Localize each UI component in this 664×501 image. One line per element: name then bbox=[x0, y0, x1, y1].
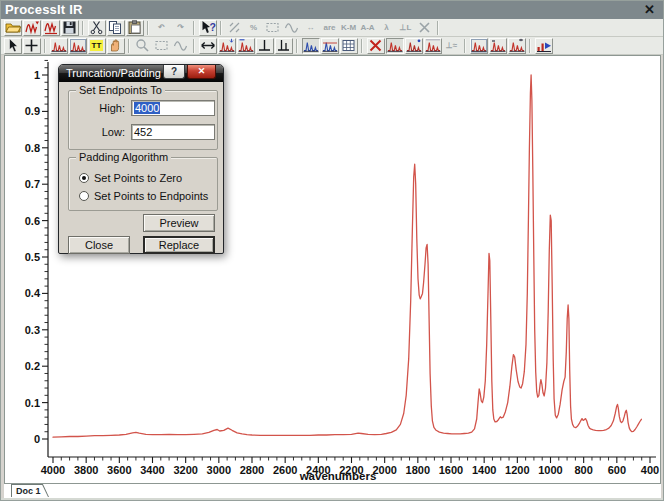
stack-view-icon bbox=[303, 38, 319, 53]
preview-button[interactable]: Preview bbox=[143, 214, 215, 232]
replace-button[interactable]: Replace bbox=[143, 236, 215, 254]
export-chart-button[interactable] bbox=[535, 38, 553, 54]
svg-text:1800: 1800 bbox=[406, 464, 430, 476]
set-points-to-endpoints-radio[interactable] bbox=[79, 191, 89, 201]
svg-text:1200: 1200 bbox=[505, 464, 529, 476]
padding-algorithm-groupbox: Padding Algorithm Set Points to Zero Set… bbox=[68, 157, 218, 211]
spectrum-d-icon bbox=[471, 38, 487, 53]
svg-text:0.1: 0.1 bbox=[25, 397, 40, 409]
spectrum-view-button[interactable] bbox=[50, 38, 68, 54]
svg-text:?: ? bbox=[209, 21, 215, 33]
select-cursor-icon bbox=[5, 38, 21, 53]
peak-pick-button[interactable] bbox=[218, 38, 236, 54]
spectrum-c-button[interactable] bbox=[424, 38, 442, 54]
spectrum-d-button[interactable] bbox=[470, 38, 488, 54]
lambda-button: λ bbox=[378, 20, 396, 36]
open-icon bbox=[5, 20, 21, 35]
high-endpoint-input[interactable]: 4000 bbox=[131, 100, 215, 116]
toolbar-separator bbox=[220, 21, 222, 35]
zoom-button bbox=[134, 38, 152, 54]
stack-view-button[interactable] bbox=[302, 38, 320, 54]
svg-text:0.3: 0.3 bbox=[25, 324, 40, 336]
baseline-correct-button bbox=[226, 20, 244, 36]
undo-icon: ↶ bbox=[158, 23, 165, 32]
spectrum-e-button[interactable] bbox=[489, 38, 507, 54]
set-points-to-zero-radio[interactable] bbox=[79, 173, 89, 183]
svg-text:1600: 1600 bbox=[439, 464, 463, 476]
set-points-to-endpoints-label: Set Points to Endpoints bbox=[94, 190, 208, 202]
spectrum-a-icon bbox=[387, 38, 403, 53]
toolbar-separator bbox=[82, 21, 84, 35]
zoom-out-button bbox=[172, 38, 190, 54]
copy-button[interactable] bbox=[107, 20, 125, 36]
kubelka-munk-button: K-M bbox=[340, 20, 358, 36]
dialog-close-icon[interactable]: ✕ bbox=[187, 65, 216, 79]
spectrum-frame-button[interactable] bbox=[69, 38, 87, 54]
baseline-point-icon bbox=[257, 38, 272, 53]
svg-text:0.6: 0.6 bbox=[25, 215, 40, 227]
svg-text:0.5: 0.5 bbox=[25, 251, 40, 263]
spectrum-a-button[interactable] bbox=[386, 38, 404, 54]
overlay-view-button[interactable] bbox=[321, 38, 339, 54]
truncation-padding-dialog: Truncation/Padding ? ✕ Set Endpoints To … bbox=[58, 64, 224, 254]
low-endpoint-input[interactable]: 452 bbox=[131, 124, 215, 140]
dialog-title: Truncation/Padding bbox=[66, 67, 161, 79]
toolbar-separator bbox=[193, 39, 195, 53]
baseline-range-button[interactable] bbox=[275, 38, 293, 54]
spectrum-b-button[interactable] bbox=[405, 38, 423, 54]
set-endpoints-groupbox: Set Endpoints To High: 4000 Low: 452 bbox=[68, 90, 218, 150]
peak-area-button[interactable] bbox=[237, 38, 255, 54]
delete-region-button bbox=[416, 20, 434, 36]
toolbar-row-2: TT⊥≈ bbox=[1, 37, 663, 55]
expand-x-button[interactable] bbox=[199, 38, 217, 54]
window-close-button[interactable]: ✕ bbox=[642, 2, 657, 17]
clear-overlay-button[interactable] bbox=[367, 38, 385, 54]
red-spectrum-export-icon bbox=[43, 20, 59, 35]
save-icon bbox=[62, 20, 77, 35]
red-spectrum-export-button[interactable] bbox=[42, 20, 60, 36]
grid-view-button[interactable] bbox=[340, 38, 358, 54]
toolbar-row-1: ↶↷?%↔areK-MA-Aλ⊥L bbox=[1, 19, 663, 37]
shift-button: ↔ bbox=[302, 20, 320, 36]
crosshair-button[interactable] bbox=[23, 38, 41, 54]
percent-transmit-button: % bbox=[245, 20, 263, 36]
undo-button: ↶ bbox=[153, 20, 171, 36]
svg-text:0.4: 0.4 bbox=[25, 287, 41, 299]
peak-area-icon bbox=[238, 38, 254, 53]
region-select-button bbox=[264, 20, 282, 36]
toolbar-separator bbox=[147, 21, 149, 35]
red-spectrum-import-icon bbox=[24, 20, 40, 35]
spectrum-f-button[interactable] bbox=[508, 38, 526, 54]
cut-button[interactable] bbox=[88, 20, 106, 36]
svg-text:3400: 3400 bbox=[140, 464, 164, 476]
svg-text:3800: 3800 bbox=[74, 464, 98, 476]
baseline-range-icon bbox=[276, 38, 291, 53]
close-button[interactable]: Close bbox=[68, 236, 130, 254]
pan-hand-button[interactable] bbox=[107, 38, 125, 54]
svg-text:1000: 1000 bbox=[538, 464, 562, 476]
save-button[interactable] bbox=[61, 20, 79, 36]
window-titlebar[interactable]: ProcessIt IR ✕ bbox=[1, 1, 663, 19]
paste-button[interactable] bbox=[126, 20, 144, 36]
percent-transmit-icon: % bbox=[250, 23, 257, 32]
toolbar-separator bbox=[361, 39, 363, 53]
toolbar-separator bbox=[437, 21, 439, 35]
select-cursor-button[interactable] bbox=[4, 38, 22, 54]
red-spectrum-import-button[interactable] bbox=[23, 20, 41, 36]
baseline-point-button[interactable] bbox=[256, 38, 274, 54]
doc-tab[interactable]: Doc 1 bbox=[11, 484, 49, 497]
text-annotation-button[interactable]: TT bbox=[88, 38, 106, 54]
annotate-peak-icon: ⊥≈ bbox=[446, 41, 457, 50]
dialog-help-button[interactable]: ? bbox=[163, 65, 185, 79]
spectrum-b-icon bbox=[406, 38, 422, 53]
expand-x-icon bbox=[200, 38, 216, 53]
absorbance-button: A-A bbox=[359, 20, 377, 36]
peak-pick-icon bbox=[219, 38, 235, 53]
context-help-button[interactable]: ? bbox=[199, 20, 217, 36]
dialog-titlebar[interactable]: Truncation/Padding ? ✕ bbox=[59, 65, 223, 82]
zoom-out-icon bbox=[173, 38, 188, 53]
padding-algorithm-label: Padding Algorithm bbox=[76, 151, 171, 163]
spectrum-view-icon bbox=[51, 38, 67, 53]
overlay-view-icon bbox=[322, 38, 338, 53]
open-button[interactable] bbox=[4, 20, 22, 36]
